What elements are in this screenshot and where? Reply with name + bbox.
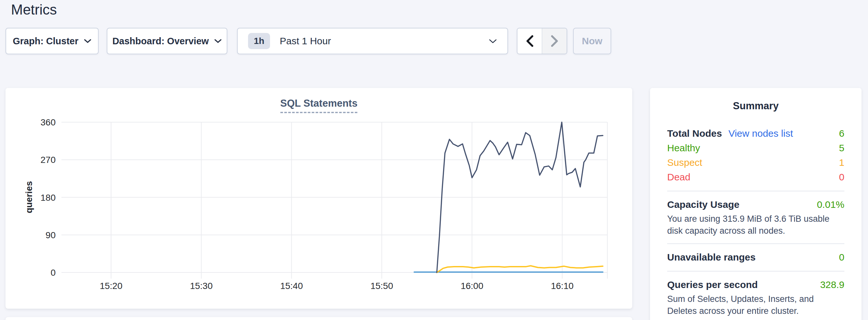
svg-text:16:00: 16:00 [461, 281, 483, 291]
metrics-page: Metrics Graph: Cluster Dashboard: Overvi… [0, 0, 868, 320]
svg-text:180: 180 [40, 193, 56, 203]
total-nodes-value: 6 [839, 126, 844, 140]
healthy-value: 5 [839, 140, 844, 155]
chevron-right-icon [551, 35, 559, 47]
next-time-button[interactable] [542, 28, 567, 54]
time-nav-group [517, 28, 567, 54]
dashboard-dropdown[interactable]: Dashboard: Overview [107, 28, 227, 54]
svg-text:15:40: 15:40 [280, 281, 303, 291]
queries-per-second-row: Queries per second 328.9 [667, 277, 844, 292]
graph-dropdown-value: Graph: Cluster [12, 36, 78, 46]
svg-text:15:20: 15:20 [100, 281, 122, 291]
unavailable-ranges-value: 0 [839, 250, 844, 264]
capacity-usage-value: 0.01% [817, 197, 844, 212]
time-range-value: Past 1 Hour [280, 36, 331, 46]
capacity-usage-label: Capacity Usage [667, 197, 739, 212]
now-button[interactable]: Now [573, 28, 611, 54]
summary-card: Summary Total Nodes View nodes list 6 He… [650, 88, 862, 320]
svg-text:16:10: 16:10 [551, 281, 574, 291]
queries-per-second-description: Sum of Selects, Updates, Inserts, and De… [667, 293, 844, 317]
time-range-dropdown[interactable]: 1h Past 1 Hour [237, 28, 508, 54]
suspect-value: 1 [839, 155, 844, 170]
svg-text:0: 0 [51, 268, 56, 278]
queries-per-second-value: 328.9 [820, 277, 844, 292]
queries-per-second-label: Queries per second [667, 277, 758, 292]
summary-title: Summary [667, 100, 844, 112]
dashboard-dropdown-value: Dashboard: Overview [112, 36, 209, 46]
total-nodes-label: Total Nodes [667, 126, 722, 140]
divider [667, 191, 844, 191]
healthy-nodes-row: Healthy 5 [667, 140, 844, 155]
suspect-nodes-row: Suspect 1 [667, 155, 844, 170]
chart-plot[interactable]: 09018027036015:2015:3015:4015:5016:0016:… [5, 88, 632, 309]
time-range-badge: 1h [248, 33, 270, 49]
sql-statements-chart-card: SQL Statements queries 09018027036015:20… [5, 88, 632, 309]
dead-nodes-row: Dead 0 [667, 170, 844, 184]
divider [667, 271, 844, 271]
svg-text:15:50: 15:50 [370, 281, 393, 291]
healthy-label: Healthy [667, 140, 700, 155]
prev-time-button[interactable] [518, 28, 542, 54]
capacity-usage-description: You are using 315.9 MiB of 3.6 TiB usabl… [667, 213, 844, 237]
divider [667, 244, 844, 244]
svg-text:15:30: 15:30 [190, 281, 213, 291]
chevron-down-icon [489, 38, 497, 44]
chevron-down-icon [84, 38, 92, 44]
svg-text:90: 90 [45, 230, 56, 240]
dead-label: Dead [667, 170, 690, 184]
unavailable-ranges-label: Unavailable ranges [667, 250, 755, 264]
dead-value: 0 [839, 170, 844, 184]
graph-dropdown[interactable]: Graph: Cluster [5, 28, 99, 54]
view-nodes-list-link[interactable]: View nodes list [728, 126, 793, 140]
capacity-usage-row: Capacity Usage 0.01% [667, 197, 844, 212]
total-nodes-row: Total Nodes View nodes list 6 [667, 126, 844, 140]
chevron-down-icon [214, 38, 222, 44]
chevron-left-icon [526, 35, 534, 47]
svg-text:360: 360 [40, 117, 56, 127]
page-title: Metrics [11, 1, 57, 19]
unavailable-ranges-row: Unavailable ranges 0 [667, 250, 844, 264]
suspect-label: Suspect [667, 155, 702, 170]
next-chart-card [5, 317, 632, 320]
svg-text:270: 270 [40, 155, 56, 165]
